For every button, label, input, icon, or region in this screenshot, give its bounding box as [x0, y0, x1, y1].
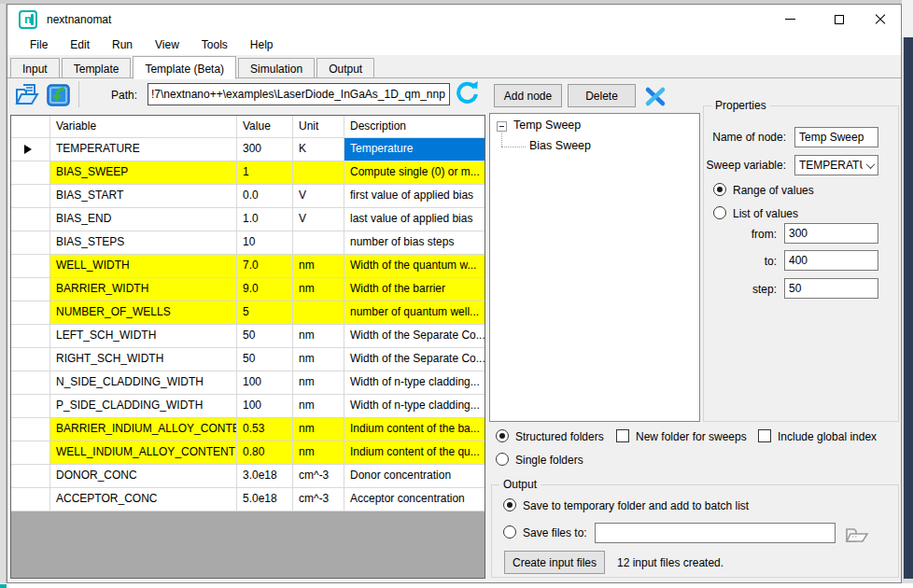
create-input-files-button[interactable]: Create input files: [504, 551, 605, 574]
cell-unit[interactable]: V: [293, 185, 344, 208]
row-marker-cell[interactable]: [11, 301, 50, 325]
row-marker-cell[interactable]: [11, 441, 50, 465]
tab-simulation[interactable]: Simulation: [238, 58, 315, 78]
row-marker-cell[interactable]: [11, 418, 50, 441]
row-marker-cell[interactable]: [11, 325, 50, 348]
table-row[interactable]: DONOR_CONC3.0e18cm^-3Donor concentration: [11, 465, 485, 488]
include-global-index-checkbox[interactable]: [758, 429, 771, 442]
from-input[interactable]: [784, 223, 878, 244]
new-folder-for-sweeps-checkbox[interactable]: [616, 429, 629, 442]
cell-description[interactable]: number of bias steps: [344, 231, 485, 255]
table-row[interactable]: TEMPERATURE300KTemperature: [11, 138, 485, 161]
cell-description[interactable]: last value of applied bias: [344, 208, 485, 231]
step-input[interactable]: [784, 278, 878, 299]
delete-node-button[interactable]: Delete: [568, 84, 636, 107]
cell-description[interactable]: Width of the quantum w...: [344, 255, 485, 278]
minimize-button[interactable]: [769, 5, 811, 34]
tree-node-temp-sweep[interactable]: Temp Sweep: [513, 119, 581, 132]
cell-description[interactable]: Width of n-type cladding...: [344, 395, 485, 418]
single-folders-radio[interactable]: [496, 453, 509, 466]
cell-variable[interactable]: LEFT_SCH_WIDTH: [50, 325, 237, 348]
table-row[interactable]: P_SIDE_CLADDING_WIDTH100nmWidth of n-typ…: [11, 395, 485, 418]
cell-unit[interactable]: nm: [293, 325, 344, 348]
refresh-button[interactable]: [455, 79, 480, 105]
menu-file[interactable]: File: [21, 35, 57, 54]
table-row[interactable]: WELL_WIDTH7.0nmWidth of the quantum w...: [11, 255, 485, 278]
cell-variable[interactable]: DONOR_CONC: [50, 465, 237, 488]
cell-unit[interactable]: nm: [293, 348, 344, 371]
cell-value[interactable]: 0.53: [237, 418, 293, 441]
tree-node-bias-sweep[interactable]: Bias Sweep: [529, 139, 591, 152]
cell-unit[interactable]: [293, 161, 344, 185]
cell-value[interactable]: 50: [237, 325, 293, 348]
column-header-value[interactable]: Value: [237, 116, 293, 138]
tab-output[interactable]: Output: [316, 58, 374, 78]
cell-value[interactable]: 50: [237, 348, 293, 371]
table-row[interactable]: RIGHT_SCH_WIDTH50nmWidth of the Separate…: [11, 348, 485, 371]
open-file-button[interactable]: [14, 81, 42, 107]
menu-help[interactable]: Help: [241, 35, 283, 54]
row-marker-cell[interactable]: [11, 371, 50, 395]
cell-unit[interactable]: nm: [293, 278, 344, 301]
cell-description[interactable]: first value of applied bias: [344, 185, 485, 208]
column-header-description[interactable]: Description: [344, 116, 485, 138]
cell-value[interactable]: 9.0: [237, 278, 293, 301]
table-row[interactable]: N_SIDE_CLADDING_WIDTH100nmWidth of n-typ…: [11, 371, 485, 395]
cell-value[interactable]: 0.0: [237, 185, 293, 208]
cell-unit[interactable]: nm: [293, 418, 344, 441]
cell-description[interactable]: Width of n-type cladding...: [344, 371, 485, 395]
cell-unit[interactable]: nm: [293, 441, 344, 465]
cell-value[interactable]: 300: [237, 138, 293, 161]
cell-variable[interactable]: BIAS_STEPS: [50, 231, 237, 255]
node-name-input[interactable]: [794, 127, 878, 147]
column-header-variable[interactable]: Variable: [50, 116, 237, 138]
cell-variable[interactable]: RIGHT_SCH_WIDTH: [50, 348, 237, 371]
tab-template[interactable]: Template: [62, 58, 132, 78]
row-marker-cell[interactable]: [11, 348, 50, 371]
cell-description[interactable]: Temperature: [344, 138, 485, 161]
cell-value[interactable]: 100: [237, 371, 293, 395]
path-input[interactable]: [147, 83, 450, 105]
cell-description[interactable]: Indium content of the ba...: [344, 418, 485, 441]
row-marker-cell[interactable]: [11, 208, 50, 231]
cell-unit[interactable]: V: [293, 208, 344, 231]
tab-template-beta[interactable]: Template (Beta): [133, 56, 236, 79]
cell-variable[interactable]: BARRIER_INDIUM_ALLOY_CONTENT: [50, 418, 237, 441]
cell-variable[interactable]: N_SIDE_CLADDING_WIDTH: [50, 371, 237, 395]
table-row[interactable]: BIAS_END1.0Vlast value of applied bias: [11, 208, 485, 231]
close-button[interactable]: [859, 5, 901, 34]
cell-variable[interactable]: BIAS_START: [50, 185, 237, 208]
cell-unit[interactable]: nm: [293, 371, 344, 395]
tab-input[interactable]: Input: [10, 58, 60, 78]
cell-description[interactable]: Acceptor concentration: [344, 488, 485, 511]
cell-unit[interactable]: cm^-3: [293, 488, 344, 511]
row-marker-cell[interactable]: [11, 161, 50, 185]
cell-description[interactable]: Width of the Separate Co...: [344, 325, 485, 348]
to-input[interactable]: [784, 250, 878, 271]
row-marker-cell[interactable]: [11, 488, 50, 511]
cell-value[interactable]: 0.80: [237, 441, 293, 465]
cell-value[interactable]: 5: [237, 301, 293, 325]
row-marker-cell[interactable]: [11, 278, 50, 301]
cell-variable[interactable]: WELL_WIDTH: [50, 255, 237, 278]
structured-folders-radio[interactable]: [496, 429, 509, 442]
cell-value[interactable]: 7.0: [237, 255, 293, 278]
menu-edit[interactable]: Edit: [61, 35, 99, 54]
cell-value[interactable]: 10: [237, 231, 293, 255]
tree-collapse-icon[interactable]: [497, 121, 507, 132]
list-of-values-radio[interactable]: [713, 206, 726, 219]
row-marker-cell[interactable]: [11, 231, 50, 255]
cell-description[interactable]: Width of the barrier: [344, 278, 485, 301]
table-row[interactable]: BARRIER_WIDTH9.0nmWidth of the barrier: [11, 278, 485, 301]
save-files-to-input[interactable]: [595, 523, 836, 543]
cell-unit[interactable]: [293, 301, 344, 325]
maximize-button[interactable]: [818, 5, 860, 34]
cell-unit[interactable]: nm: [293, 395, 344, 418]
row-marker-cell[interactable]: [11, 255, 50, 278]
cell-variable[interactable]: P_SIDE_CLADDING_WIDTH: [50, 395, 237, 418]
browse-folder-button[interactable]: [844, 523, 870, 545]
cell-variable[interactable]: WELL_INDIUM_ALLOY_CONTENT: [50, 441, 237, 465]
cell-variable[interactable]: BARRIER_WIDTH: [50, 278, 237, 301]
row-marker-cell[interactable]: [11, 465, 50, 488]
table-row[interactable]: WELL_INDIUM_ALLOY_CONTENT0.80nmIndium co…: [11, 441, 485, 465]
